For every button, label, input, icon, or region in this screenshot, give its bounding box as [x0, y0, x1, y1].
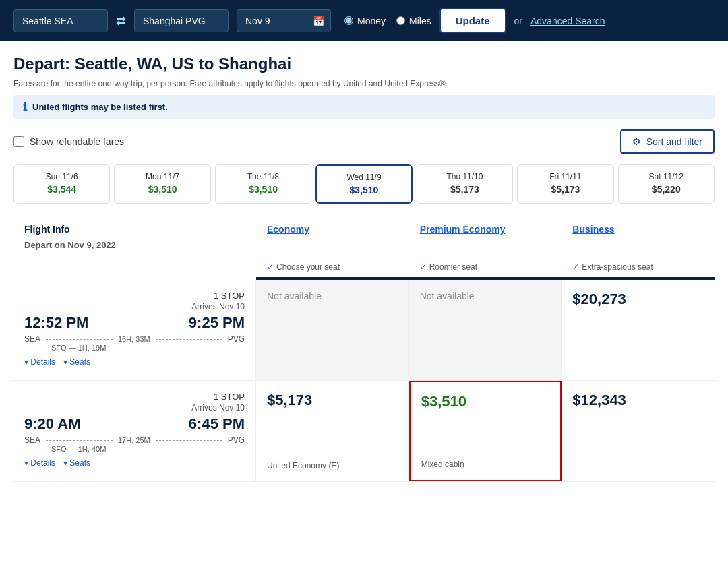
premium-sub: ✓ Roomier seat — [409, 260, 562, 274]
route-row: SEA 17H, 25M PVG — [24, 435, 245, 445]
premium-economy-link[interactable]: Premium Economy — [420, 224, 506, 235]
refundable-checkbox[interactable] — [13, 136, 24, 147]
route-line — [46, 440, 113, 441]
flight-info-label: Flight Info — [24, 224, 70, 235]
date-card-label: Sun 11/6 — [20, 172, 104, 181]
seats-link[interactable]: ▾ Seats — [63, 357, 90, 367]
date-card[interactable]: Sat 11/12 $5,220 — [618, 164, 715, 204]
premium-price-cell[interactable]: $3,510Mixed cabin — [409, 381, 562, 481]
premium-economy-col-header[interactable]: Premium Economy — [409, 217, 562, 260]
origin-code: SEA — [24, 435, 40, 445]
main-content: Depart: Seattle, WA, US to Shanghai Fare… — [0, 41, 728, 495]
economy-sub-label: Choose your seat — [276, 262, 340, 272]
links-row: ▾ Details ▾ Seats — [24, 357, 245, 367]
miles-label: Miles — [409, 16, 431, 26]
business-price-cell[interactable]: $12,343 — [562, 381, 715, 481]
premium-not-available: Not available — [420, 291, 551, 301]
date-card[interactable]: Thu 11/10 $5,173 — [417, 164, 513, 204]
economy-cabin: United Economy (E) — [267, 461, 398, 470]
date-input[interactable] — [237, 9, 331, 32]
update-button[interactable]: Update — [439, 8, 506, 33]
date-card-price: $3,544 — [20, 184, 104, 195]
refundable-text: Show refundable fares — [30, 136, 124, 147]
business-check-icon: ✓ — [572, 262, 579, 272]
miles-radio[interactable] — [396, 16, 405, 25]
date-card-price: $3,510 — [322, 185, 405, 195]
page-title: Depart: Seattle, WA, US to Shanghai — [13, 55, 715, 73]
date-card[interactable]: Mon 11/7 $3,510 — [114, 164, 210, 204]
destination-input[interactable] — [134, 9, 229, 32]
premium-sub-label: Roomier seat — [429, 262, 477, 272]
flight-row: 1 STOP Arrives Nov 10 9:20 AM 6:45 PM SE… — [13, 381, 715, 482]
date-card[interactable]: Fri 11/11 $5,173 — [517, 164, 613, 204]
flight-info-col-header: Flight Info Depart on Nov 9, 2022 — [13, 217, 256, 260]
depart-time: 12:52 PM — [24, 314, 88, 332]
business-price-cell[interactable]: $20,273 — [562, 280, 715, 380]
route-line2 — [156, 339, 222, 340]
arrive-time: 6:45 PM — [189, 415, 245, 433]
economy-price-cell[interactable]: Not available — [256, 280, 409, 380]
date-card[interactable]: Wed 11/9 $3,510 — [315, 164, 412, 204]
date-card-label: Fri 11/11 — [523, 172, 607, 181]
date-card-label: Wed 11/9 — [322, 173, 405, 182]
premium-check-icon: ✓ — [420, 262, 427, 272]
flight-table-header: Flight Info Depart on Nov 9, 2022 Econom… — [13, 217, 715, 260]
date-card-price: $3,510 — [221, 184, 305, 195]
refundable-row: Show refundable fares ⚙ Sort and filter — [13, 129, 715, 154]
business-sub-label: Extra-spacious seat — [582, 262, 653, 272]
economy-sub: ✓ Choose your seat — [256, 260, 409, 274]
business-link[interactable]: Business — [572, 224, 614, 235]
economy-link[interactable]: Economy — [267, 224, 309, 235]
arrives-info: Arrives Nov 10 — [24, 403, 245, 413]
premium-price-cell[interactable]: Not available — [409, 280, 562, 380]
economy-price-cell[interactable]: $5,173United Economy (E) — [256, 381, 409, 481]
sort-filter-button[interactable]: ⚙ Sort and filter — [620, 129, 715, 154]
money-label: Money — [357, 16, 386, 26]
header: ⇄ 📅 Money Miles Update or Advanced Searc… — [0, 0, 728, 41]
duration: 16H, 33M — [118, 335, 150, 343]
details-link[interactable]: ▾ Details — [24, 357, 55, 367]
business-price: $12,343 — [572, 392, 704, 409]
money-radio[interactable] — [344, 16, 353, 25]
time-row: 9:20 AM 6:45 PM — [24, 415, 245, 433]
date-card-price: $5,220 — [624, 184, 708, 195]
flight-info-cell: 1 STOP Arrives Nov 10 9:20 AM 6:45 PM SE… — [13, 381, 256, 481]
money-radio-label[interactable]: Money — [344, 16, 386, 26]
layover: SFO — 1H, 19M — [51, 344, 245, 352]
flight-info-sub — [13, 260, 256, 274]
date-card[interactable]: Sun 11/6 $3,544 — [13, 164, 110, 204]
miles-radio-label[interactable]: Miles — [396, 16, 431, 26]
dest-code: PVG — [228, 435, 245, 445]
stop-info: 1 STOP — [24, 392, 245, 402]
business-col-header[interactable]: Business — [562, 217, 715, 260]
route-line — [46, 339, 113, 340]
advanced-search-link[interactable]: Advanced Search — [530, 16, 605, 26]
date-selector: Sun 11/6 $3,544 Mon 11/7 $3,510 Tue 11/8… — [13, 164, 715, 204]
time-row: 12:52 PM 9:25 PM — [24, 314, 245, 332]
swap-icon[interactable]: ⇄ — [116, 13, 126, 28]
route-row: SEA 16H, 33M PVG — [24, 334, 245, 344]
economy-col-header[interactable]: Economy — [256, 217, 409, 260]
filter-icon: ⚙ — [632, 136, 641, 147]
seats-link[interactable]: ▾ Seats — [63, 458, 90, 468]
arrives-info: Arrives Nov 10 — [24, 302, 245, 311]
flight-info-cell: 1 STOP Arrives Nov 10 12:52 PM 9:25 PM S… — [13, 280, 256, 380]
date-card-price: $5,173 — [523, 184, 607, 195]
date-card-label: Sat 11/12 — [624, 172, 708, 181]
arrive-time: 9:25 PM — [189, 314, 245, 332]
layover: SFO — 1H, 40M — [51, 445, 245, 453]
economy-price: $5,173 — [267, 392, 398, 409]
flight-rows: 1 STOP Arrives Nov 10 12:52 PM 9:25 PM S… — [13, 280, 715, 482]
details-link[interactable]: ▾ Details — [24, 458, 55, 468]
flight-row: 1 STOP Arrives Nov 10 12:52 PM 9:25 PM S… — [13, 280, 715, 381]
premium-cabin: Mixed cabin — [421, 460, 550, 469]
refundable-label[interactable]: Show refundable fares — [13, 136, 124, 147]
origin-input[interactable] — [13, 9, 108, 32]
origin-code: SEA — [24, 334, 40, 344]
date-card-price: $5,173 — [423, 184, 507, 195]
date-card[interactable]: Tue 11/8 $3,510 — [215, 164, 311, 204]
fare-note: Fares are for the entire one-way trip, p… — [13, 79, 715, 88]
premium-price: $3,510 — [421, 393, 550, 411]
economy-not-available: Not available — [267, 291, 398, 301]
date-card-label: Tue 11/8 — [221, 172, 305, 181]
